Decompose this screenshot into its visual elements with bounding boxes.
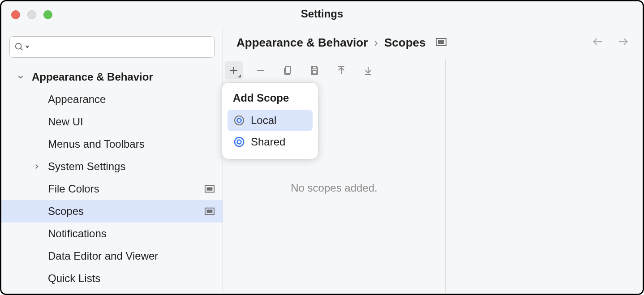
main-pane: Appearance & Behavior › Scopes bbox=[223, 26, 643, 294]
breadcrumb-parent: Appearance & Behavior bbox=[236, 36, 368, 50]
add-scope-button[interactable] bbox=[225, 61, 243, 79]
chevron-down-icon bbox=[16, 72, 26, 82]
sidebar-item-new-ui[interactable]: New UI bbox=[1, 111, 223, 133]
sidebar-item-file-colors[interactable]: File Colors bbox=[1, 178, 223, 200]
search-input[interactable] bbox=[32, 41, 210, 53]
content-area: Appearance & Behavior Appearance New UI … bbox=[1, 26, 643, 294]
sidebar-item-scopes[interactable]: Scopes bbox=[1, 200, 223, 222]
scope-toolbar bbox=[223, 59, 445, 82]
dropdown-indicator-icon bbox=[238, 74, 241, 77]
sidebar-item-label: Data Editor and Viewer bbox=[48, 250, 215, 262]
nav-arrows bbox=[592, 35, 629, 50]
search-container bbox=[1, 36, 223, 66]
sidebar-item-label: Menus and Toolbars bbox=[48, 138, 215, 150]
popup-item-label: Local bbox=[251, 114, 276, 127]
popup-item-local[interactable]: Local bbox=[228, 110, 313, 131]
project-level-icon bbox=[205, 207, 215, 215]
copy-scope-button[interactable] bbox=[279, 61, 296, 79]
popup-item-shared[interactable]: Shared bbox=[228, 131, 313, 153]
sidebar-item-label: Notifications bbox=[48, 227, 215, 240]
sidebar-item-label: Quick Lists bbox=[48, 272, 215, 285]
sidebar-category-label: Appearance & Behavior bbox=[32, 71, 215, 83]
settings-tree: Appearance & Behavior Appearance New UI … bbox=[1, 66, 223, 290]
svg-point-21 bbox=[237, 119, 241, 123]
close-window-button[interactable] bbox=[11, 10, 20, 19]
zoom-window-button[interactable] bbox=[43, 10, 52, 19]
window-title: Settings bbox=[301, 8, 343, 20]
breadcrumb-current: Scopes bbox=[384, 36, 426, 50]
move-up-button[interactable] bbox=[332, 61, 350, 79]
sidebar-item-appearance[interactable]: Appearance bbox=[1, 88, 223, 111]
sidebar-item-data-editor-viewer[interactable]: Data Editor and Viewer bbox=[1, 245, 223, 267]
move-down-button[interactable] bbox=[359, 61, 377, 79]
local-scope-icon bbox=[234, 115, 245, 126]
sidebar-item-label: File Colors bbox=[48, 183, 205, 195]
scope-detail-pane bbox=[446, 59, 643, 294]
search-icon bbox=[14, 42, 24, 52]
svg-rect-7 bbox=[438, 40, 444, 44]
remove-scope-button[interactable] bbox=[252, 61, 270, 79]
svg-rect-13 bbox=[285, 66, 291, 73]
svg-point-0 bbox=[16, 43, 21, 49]
svg-line-1 bbox=[21, 48, 23, 51]
shared-scope-icon bbox=[234, 137, 245, 147]
window-controls bbox=[11, 10, 52, 19]
sidebar-item-label: System Settings bbox=[48, 160, 215, 173]
svg-point-23 bbox=[237, 140, 241, 144]
search-box[interactable] bbox=[9, 36, 215, 58]
settings-sidebar: Appearance & Behavior Appearance New UI … bbox=[1, 26, 223, 294]
sidebar-category-appearance-behavior[interactable]: Appearance & Behavior bbox=[1, 66, 223, 88]
sidebar-item-label: Scopes bbox=[48, 205, 205, 218]
popup-title: Add Scope bbox=[228, 89, 313, 110]
save-scope-button[interactable] bbox=[305, 61, 323, 79]
svg-rect-15 bbox=[313, 71, 316, 74]
sidebar-item-label: Appearance bbox=[48, 93, 215, 106]
sidebar-item-label: New UI bbox=[48, 115, 215, 128]
svg-rect-3 bbox=[207, 187, 213, 190]
sidebar-item-system-settings[interactable]: System Settings bbox=[1, 155, 223, 178]
svg-rect-5 bbox=[207, 209, 213, 213]
nav-back-button[interactable] bbox=[592, 35, 604, 50]
titlebar: Settings bbox=[1, 1, 643, 26]
breadcrumb-separator-icon: › bbox=[374, 36, 378, 50]
main-body: Add Scope Local Shared bbox=[223, 59, 643, 294]
sidebar-item-menus-toolbars[interactable]: Menus and Toolbars bbox=[1, 133, 223, 155]
main-header: Appearance & Behavior › Scopes bbox=[223, 26, 643, 59]
nav-forward-button[interactable] bbox=[617, 35, 629, 50]
project-level-icon bbox=[436, 36, 447, 50]
svg-rect-14 bbox=[313, 66, 316, 69]
svg-point-20 bbox=[235, 116, 244, 125]
chevron-right-icon bbox=[32, 162, 42, 171]
popup-item-label: Shared bbox=[251, 136, 285, 148]
minimize-window-button[interactable] bbox=[27, 10, 36, 19]
svg-point-22 bbox=[235, 137, 244, 146]
search-dropdown-icon bbox=[25, 45, 30, 49]
breadcrumb: Appearance & Behavior › Scopes bbox=[236, 36, 447, 50]
project-level-icon bbox=[205, 185, 215, 193]
sidebar-item-notifications[interactable]: Notifications bbox=[1, 222, 223, 245]
scope-list-pane: Add Scope Local Shared bbox=[223, 59, 446, 294]
sidebar-item-quick-lists[interactable]: Quick Lists bbox=[1, 267, 223, 290]
add-scope-popup: Add Scope Local Shared bbox=[222, 83, 318, 159]
